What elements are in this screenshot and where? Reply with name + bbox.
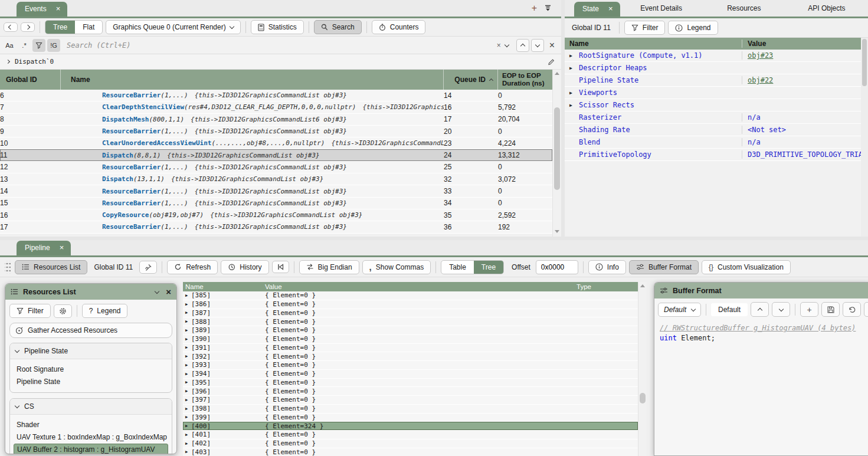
match-case-button[interactable]: Aa (3, 39, 16, 52)
event-row[interactable]: 15ResourceBarrier(1,...){this->ID3D12Gra… (0, 198, 552, 209)
event-row[interactable]: 9ResourceBarrier(1,...){this->ID3D12Grap… (0, 126, 552, 137)
event-row[interactable]: 11Dispatch(8,8,1){this->ID3D12GraphicsCo… (0, 149, 552, 161)
state-scrollbar-thumb[interactable] (862, 39, 867, 86)
queue-dropdown[interactable]: Graphics Queue 0 (Current Render) (106, 20, 240, 34)
move-down-button[interactable] (772, 302, 790, 317)
expander-icon[interactable]: ▶ (185, 345, 191, 350)
event-row[interactable]: 7ClearDepthStencilView(res#4,D3D12_CLEAR… (0, 101, 552, 113)
event-row[interactable]: 13Dispatch(13,1,1){this->ID3D12GraphicsC… (0, 173, 552, 185)
refresh-button[interactable]: Refresh (167, 260, 218, 274)
scroll-down-icon[interactable] (555, 230, 559, 233)
clear-filter-icon[interactable]: × (494, 41, 503, 50)
buffer-row[interactable]: ▶[391]{ Element=0 } (183, 344, 638, 353)
scroll-up-icon[interactable] (555, 72, 559, 75)
state-row[interactable]: ▶Rasterizern/a (565, 111, 861, 124)
buffer-row[interactable]: ▶[394]{ Element=0 } (183, 370, 638, 379)
state-legend-button[interactable]: Legend (668, 21, 718, 35)
expander-icon[interactable]: ▶ (185, 354, 191, 359)
buffer-row[interactable]: ▶[392]{ Element=0 } (183, 352, 638, 361)
buffer-row[interactable]: ▶[389]{ Element=0 } (183, 326, 638, 335)
resource-item[interactable]: Shader (14, 419, 168, 431)
expander-icon[interactable]: ▶ (185, 319, 191, 324)
buffer-format-button[interactable]: Buffer Format (629, 260, 699, 274)
gather-accessed-resources-button[interactable]: Gather Accessed Resources (9, 323, 172, 338)
buffer-scrollbar-thumb[interactable] (640, 393, 646, 403)
column-header-value[interactable]: Value (263, 283, 574, 290)
buffer-row[interactable]: ▶[401]{ Element=0 } (183, 431, 638, 439)
column-header-type[interactable]: Type (574, 283, 638, 290)
resource-group-header[interactable]: Pipeline State (10, 343, 172, 359)
close-icon[interactable]: × (56, 6, 61, 12)
close-search-icon[interactable]: × (546, 40, 558, 51)
info-button[interactable]: Info (588, 260, 626, 274)
expander-icon[interactable]: ▶ (569, 103, 579, 108)
state-scrollbar[interactable] (861, 38, 868, 237)
tab-state[interactable]: State × (574, 2, 620, 17)
expander-icon[interactable]: ▶ (569, 53, 579, 58)
revert-button[interactable] (843, 302, 861, 317)
close-icon[interactable]: × (608, 6, 613, 12)
tab-resources[interactable]: Resources (703, 0, 785, 17)
event-row[interactable]: 12ResourceBarrier(1,...){this->ID3D12Gra… (0, 162, 552, 173)
resource-group-header[interactable]: CS (10, 399, 172, 415)
expander-icon[interactable]: ▶ (185, 302, 191, 307)
save-format-button[interactable] (821, 302, 840, 317)
tree-flat-toggle[interactable]: Tree Flat (45, 20, 103, 34)
expander-icon[interactable]: ▶ (185, 363, 191, 368)
filter-toggle-button[interactable] (32, 39, 45, 52)
tab-event-details[interactable]: Event Details (620, 0, 703, 17)
move-up-button[interactable] (751, 302, 769, 317)
column-header-name[interactable]: Name (565, 40, 742, 48)
resources-filter-button[interactable]: Filter (9, 304, 51, 318)
close-icon[interactable]: × (166, 289, 171, 295)
tree-segment[interactable]: Tree (474, 261, 503, 274)
new-tab-icon[interactable]: + (532, 5, 537, 12)
back-button[interactable] (4, 22, 18, 32)
tree-segment[interactable]: Tree (45, 21, 75, 34)
counters-button[interactable]: Counters (372, 20, 426, 34)
buffer-scrollbar[interactable] (638, 282, 647, 456)
add-format-button[interactable]: + (800, 302, 818, 317)
statistics-button[interactable]: Statistics (251, 20, 304, 34)
buffer-row[interactable]: ▶[390]{ Element=0 } (183, 335, 638, 344)
resource-item[interactable]: Root Signature (14, 363, 168, 375)
expander-icon[interactable]: ▶ (569, 90, 579, 96)
buffer-row[interactable]: ▶[402]{ Element=0 } (183, 439, 638, 448)
state-row[interactable]: ▶Descriptor Heaps (565, 62, 861, 74)
expander-icon[interactable]: ▶ (569, 65, 579, 71)
panel-menu-icon[interactable] (544, 5, 552, 12)
collapse-panel-icon[interactable] (155, 288, 159, 293)
expander-icon[interactable]: ▶ (185, 441, 191, 446)
tab-events[interactable]: Events × (17, 2, 67, 17)
next-match-button[interactable] (531, 39, 544, 52)
events-scrollbar[interactable] (552, 70, 561, 237)
buffer-row[interactable]: ▶[386]{ Element=0 } (183, 300, 638, 309)
resources-list-button[interactable]: Resources List (15, 260, 87, 274)
buffer-row[interactable]: ▶[393]{ Element=0 } (183, 361, 638, 370)
buffer-format-code[interactable]: // RWStructuredBuffer g_HistogramUAV (4 … (654, 320, 868, 347)
history-button[interactable]: History (221, 260, 268, 274)
neg-group-button[interactable]: !G (47, 39, 60, 52)
expander-icon[interactable]: ▶ (185, 293, 191, 298)
breadcrumb[interactable]: Dispatch`0 (15, 58, 54, 65)
buffer-row[interactable]: ▶[398]{ Element=0 } (183, 405, 638, 414)
filter-dropdown-icon[interactable] (504, 42, 509, 47)
column-header-name[interactable]: Name (61, 70, 444, 90)
expander-icon[interactable]: ▶ (185, 450, 191, 454)
skip-to-start-button[interactable] (272, 261, 289, 273)
resources-settings-button[interactable] (54, 304, 72, 318)
offset-input[interactable] (536, 260, 578, 274)
resource-item[interactable]: UAV Texture 1 : boxIndexMap : g_BoxIndex… (14, 431, 168, 443)
resource-item[interactable]: UAV Buffer 2 : histogram : g_HistogramUA… (14, 444, 168, 454)
event-row[interactable]: 10ClearUnorderedAccessViewUint(...,...,o… (0, 137, 552, 149)
expander-icon[interactable]: ▶ (185, 337, 191, 342)
resource-item[interactable]: Pipeline State (14, 376, 168, 388)
breadcrumb-chevron-icon[interactable] (6, 60, 10, 64)
search-button[interactable]: Search (314, 20, 362, 34)
event-row[interactable]: 14ResourceBarrier(1,...){this->ID3D12Gra… (0, 185, 552, 197)
column-header-queue-id[interactable]: Queue ID (444, 70, 498, 90)
object-link[interactable]: obj#22 (748, 76, 773, 84)
big-endian-button[interactable]: Big Endian (299, 260, 359, 274)
scroll-up-icon[interactable] (640, 284, 645, 287)
regex-button[interactable]: .* (18, 39, 31, 52)
